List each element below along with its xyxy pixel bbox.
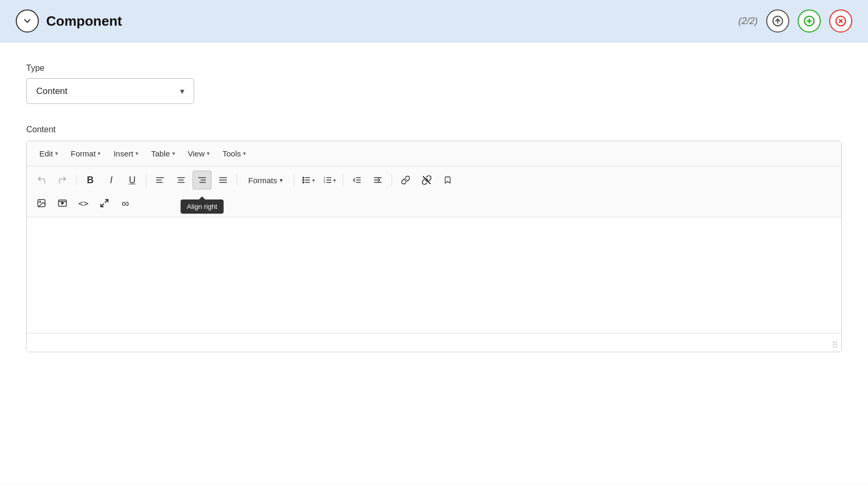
component-title: Component [46,13,122,29]
menu-table[interactable]: Table ▾ [146,146,181,161]
bookmark-button[interactable] [438,171,457,190]
undo-button[interactable] [32,171,51,190]
content-area: Type Content Header Footer Sidebar ▼ Con… [0,43,868,483]
underline-button[interactable]: U [123,171,142,190]
menu-view[interactable]: View ▾ [183,146,215,161]
format-menu-arrow: ▾ [98,150,101,157]
collapse-button[interactable] [16,9,39,33]
align-right-button[interactable] [193,171,211,190]
indent-button[interactable] [368,171,387,190]
svg-point-25 [302,182,303,183]
code-button[interactable]: <> [74,194,93,213]
outdent-button[interactable] [347,171,366,190]
link-button[interactable] [396,171,415,190]
separator-5 [343,174,343,186]
tools-menu-arrow: ▾ [243,150,246,157]
editor-body[interactable] [27,217,841,333]
editor-menubar: Edit ▾ Format ▾ Insert ▾ Table ▾ View [27,141,841,166]
insert-media-button[interactable] [53,194,72,213]
view-menu-arrow: ▾ [207,150,210,157]
add-button[interactable] [798,9,821,33]
type-select[interactable]: Content Header Footer Sidebar [26,78,194,104]
separator-4 [294,174,294,186]
svg-point-24 [302,180,303,181]
numbered-list-button[interactable]: 1 2 3 ▾ [320,171,338,190]
close-button[interactable] [829,9,852,33]
align-center-button[interactable] [172,171,190,190]
menu-tools[interactable]: Tools ▾ [217,146,251,161]
align-justify-button[interactable] [214,171,232,190]
svg-text:3: 3 [323,181,325,184]
header-right: (2/2) [738,9,852,33]
bullet-list-button[interactable]: ▾ [299,171,317,190]
header-left: Component [16,9,122,33]
svg-line-38 [423,176,430,183]
edit-menu-arrow: ▾ [55,150,58,157]
special-char-button[interactable]: ∞ [116,194,135,213]
editor-toolbar: B I U [27,166,841,217]
separator-2 [146,174,146,186]
page-container: Component (2/2) [0,0,868,484]
type-label: Type [26,64,842,73]
table-menu-arrow: ▾ [172,150,175,157]
resize-handle-icon: ⠿ [832,341,838,350]
formats-button[interactable]: Formats ▾ [241,171,290,190]
menu-format[interactable]: Format ▾ [66,146,107,161]
svg-point-23 [302,177,303,178]
redo-button[interactable] [53,171,72,190]
component-header: Component (2/2) [0,0,868,43]
menu-insert[interactable]: Insert ▾ [108,146,144,161]
italic-button[interactable]: I [102,171,121,190]
align-right-wrapper: Align right [193,171,211,190]
editor-footer: ⠿ [27,333,841,352]
numbered-list-arrow: ▾ [333,177,336,183]
formats-arrow-icon: ▾ [280,177,283,184]
content-label: Content [26,125,842,134]
move-up-button[interactable] [766,9,789,33]
insert-menu-arrow: ▾ [135,150,139,157]
unlink-button[interactable] [417,171,436,190]
separator-3 [237,174,237,186]
svg-point-40 [39,201,40,202]
menu-edit[interactable]: Edit ▾ [34,146,63,161]
bold-button[interactable]: B [81,171,100,190]
page-counter: (2/2) [738,16,758,27]
align-right-tooltip: Align right [181,199,224,214]
fullscreen-button[interactable] [95,194,114,213]
separator-1 [76,174,77,186]
editor-wrapper: Edit ▾ Format ▾ Insert ▾ Table ▾ View [26,141,842,352]
insert-image-button[interactable] [32,194,51,213]
align-left-button[interactable] [151,171,170,190]
separator-6 [391,174,392,186]
type-select-wrapper: Content Header Footer Sidebar ▼ [26,78,194,104]
svg-marker-42 [62,202,64,205]
bullet-list-arrow: ▾ [312,177,315,183]
